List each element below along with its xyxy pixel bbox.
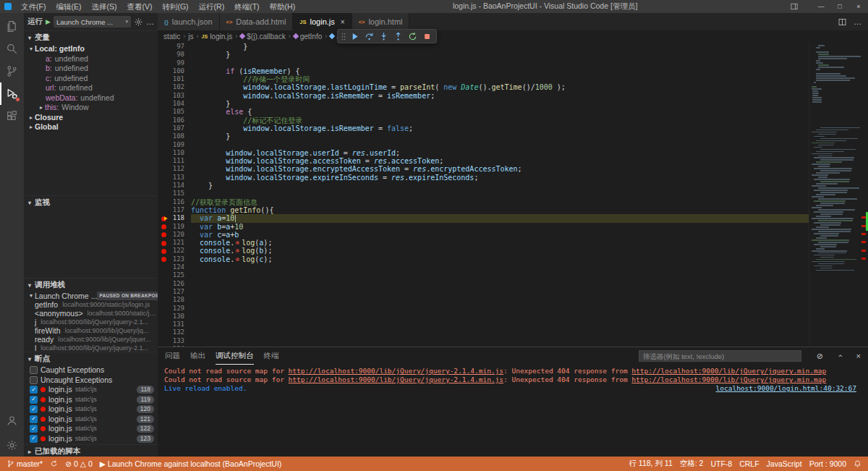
breakpoint-icon[interactable]: [161, 241, 166, 246]
checkbox[interactable]: ✓: [30, 405, 38, 413]
console-link[interactable]: http://localhost:9000/lib/jQuery/jquery.…: [631, 367, 826, 375]
breakpoint-icon[interactable]: [161, 232, 166, 237]
variables-scope[interactable]: ▾Local: getInfo: [24, 44, 158, 54]
account-icon[interactable]: [0, 410, 24, 432]
gutter[interactable]: 129: [158, 305, 191, 313]
code-line[interactable]: 128: [158, 296, 809, 304]
source-control-icon[interactable]: [0, 60, 24, 82]
code-line[interactable]: 105 else {: [158, 108, 809, 116]
console-link[interactable]: http://localhost:9000/lib/jQuery/jquery-…: [289, 367, 503, 375]
loaded-scripts-section-header[interactable]: ▸ 已加载的脚本: [24, 445, 158, 457]
debug-settings-gear-icon[interactable]: [134, 17, 143, 27]
maximize-button[interactable]: □: [830, 0, 849, 13]
gutter[interactable]: 102: [158, 83, 191, 91]
checkbox[interactable]: [30, 366, 38, 374]
code-line[interactable]: 115: [158, 190, 809, 198]
code-line[interactable]: 132: [158, 328, 809, 336]
problems-indicator[interactable]: ⊘ 0 △ 0: [61, 459, 96, 468]
gutter[interactable]: 124: [158, 263, 191, 271]
close-button[interactable]: ×: [849, 0, 868, 13]
code-line[interactable]: 98 }: [158, 51, 809, 59]
close-panel-icon[interactable]: ×: [856, 352, 861, 360]
exception-breakpoint-row[interactable]: Uncaught Exceptions: [24, 375, 158, 386]
gutter[interactable]: 115: [158, 190, 191, 198]
code-line[interactable]: 120 var c=a+b: [158, 231, 809, 239]
tab-login.js[interactable]: JSlogin.js×: [293, 13, 352, 30]
console-filter-input[interactable]: [639, 350, 801, 362]
code-line[interactable]: ▶118 var a=10: [158, 214, 809, 222]
breakpoint-row[interactable]: ✓login.jsstatic\js123: [24, 434, 158, 444]
panel-tab-输出[interactable]: 输出: [190, 347, 205, 365]
gutter[interactable]: 103: [158, 92, 191, 100]
gutter[interactable]: 123: [158, 255, 191, 263]
console-link[interactable]: http://localhost:9000/lib/jQuery/jquery.…: [631, 375, 826, 383]
stop-button[interactable]: [420, 30, 434, 43]
code-line[interactable]: 116//获取登录页面信息: [158, 198, 809, 206]
code-line[interactable]: 121 console.log(a);: [158, 239, 809, 247]
gutter[interactable]: 127: [158, 288, 191, 296]
console-link[interactable]: http://localhost:9000/lib/jQuery/jquery-…: [289, 375, 503, 383]
breakpoint-row[interactable]: ✓login.jsstatic\js118: [24, 385, 158, 395]
code-line[interactable]: 99: [158, 59, 809, 67]
variables-scope-Global[interactable]: ▸Global: [24, 122, 158, 132]
callstack-frame[interactable]: <anonymous>localhost:9000/static/js/l...: [24, 309, 158, 318]
breakpoint-row[interactable]: ✓login.jsstatic\js119: [24, 395, 158, 405]
code-line[interactable]: 113 window.localStorage.expireInSeconds …: [158, 174, 809, 182]
code-line[interactable]: 131: [158, 321, 809, 328]
menu-item-3[interactable]: 查看(V): [122, 0, 157, 13]
gutter[interactable]: 110: [158, 149, 191, 157]
debug-config-dropdown[interactable]: Launch Chrome ... ▾: [54, 16, 131, 27]
run-and-debug-icon[interactable]: [0, 82, 24, 105]
menu-item-6[interactable]: 终端(T): [229, 0, 264, 13]
status-item-1[interactable]: 空格: 2: [676, 459, 707, 469]
watch-section-header[interactable]: ▾ 监视: [24, 196, 158, 209]
code-line[interactable]: 111 window.localStorage.accessToken = re…: [158, 157, 809, 165]
code-line[interactable]: 117function getInfo(){: [158, 206, 809, 214]
gutter[interactable]: 107: [158, 124, 191, 132]
code-line[interactable]: 126: [158, 280, 809, 288]
gutter[interactable]: 97: [158, 43, 191, 51]
sync-icon[interactable]: [46, 459, 61, 468]
variable-row[interactable]: b:undefined: [24, 64, 158, 74]
gutter[interactable]: 128: [158, 296, 191, 304]
more-actions-icon[interactable]: …: [146, 17, 154, 26]
code-line[interactable]: 108 }: [158, 132, 809, 140]
panel-tab-调试控制台[interactable]: 调试控制台: [216, 347, 254, 365]
code-line[interactable]: 125: [158, 271, 809, 279]
callstack-frame[interactable]: jlocalhost:9000/lib/jQuery/jquery-2.1...: [24, 318, 158, 326]
tab-Data-add.html[interactable]: <>Data-add.html: [220, 13, 294, 30]
callstack-frame[interactable]: getInfolocalhost:9000/static/js/login.js: [24, 300, 158, 309]
breakpoint-row[interactable]: ✓login.jsstatic\js121: [24, 415, 158, 425]
tab-login.html[interactable]: <>login.html: [352, 13, 410, 30]
menu-item-1[interactable]: 编辑(E): [51, 0, 86, 13]
gutter[interactable]: 116: [158, 198, 191, 206]
gutter[interactable]: 121: [158, 239, 191, 247]
gutter[interactable]: 101: [158, 75, 191, 83]
code-line[interactable]: 101 //存储一个登录时间: [158, 75, 809, 83]
gutter[interactable]: 133: [158, 337, 191, 345]
drag-handle-icon[interactable]: [340, 32, 347, 41]
code-view[interactable]: 97 }98 }99100 if (isRemember) {101 //存储一…: [158, 42, 809, 347]
code-line[interactable]: 123 console.log(c);: [158, 255, 809, 263]
debug-session-row[interactable]: ▾Launch Chrome ...PAUSED ON BREAKPOINT: [24, 292, 158, 300]
variables-section-header[interactable]: ▾ 变量: [24, 31, 158, 44]
step-into-button[interactable]: [377, 30, 391, 43]
gutter[interactable]: 117: [158, 206, 191, 214]
start-debug-button[interactable]: ▶: [46, 18, 51, 25]
gutter[interactable]: 134: [158, 345, 191, 347]
status-item-5[interactable]: Port : 9000: [806, 459, 850, 468]
code-line[interactable]: 122 console.log(b);: [158, 247, 809, 255]
console-source-link[interactable]: localhost:9000/login.html:40:32:67: [707, 384, 856, 393]
menu-item-0[interactable]: 文件(F): [16, 0, 51, 13]
gutter[interactable]: 111: [158, 157, 191, 165]
code-line[interactable]: 102 window.localStorage.lastLoginTime = …: [158, 83, 809, 91]
status-item-0[interactable]: 行 118, 列 11: [625, 459, 676, 469]
gutter[interactable]: 99: [158, 59, 191, 67]
variable-row[interactable]: webData:undefined: [24, 93, 158, 103]
panel-tab-问题[interactable]: 问题: [165, 347, 180, 365]
breakpoints-section-header[interactable]: ▾ 断点: [24, 352, 158, 365]
code-line[interactable]: 97 }: [158, 43, 809, 51]
split-editor-icon[interactable]: [838, 17, 847, 27]
branch-indicator[interactable]: master*: [3, 459, 46, 468]
gutter[interactable]: 119: [158, 223, 191, 231]
